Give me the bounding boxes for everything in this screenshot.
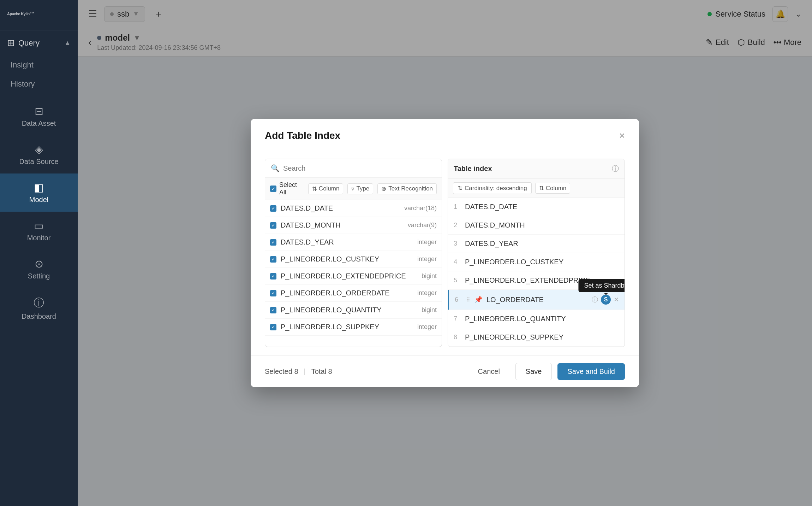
index-row: 2 DATES.D_MONTH bbox=[448, 216, 625, 235]
app-logo: Apache Kylin™ bbox=[0, 0, 78, 30]
column-name: DATES.D_YEAR bbox=[281, 238, 413, 246]
footer-actions: Cancel Save Save and Build bbox=[468, 363, 625, 380]
column-checkbox[interactable]: ✓ bbox=[270, 324, 276, 330]
select-all-checkbox[interactable]: ✓ bbox=[270, 186, 276, 192]
sidebar-item-monitor[interactable]: ▭ Monitor bbox=[0, 212, 78, 250]
total-count: Total 8 bbox=[311, 367, 332, 376]
search-input[interactable] bbox=[283, 164, 436, 172]
type-filter-icon: ▿ bbox=[351, 185, 354, 193]
row-info-icon[interactable]: ⓘ bbox=[592, 295, 598, 304]
column-header-row: ✓ Select All ⇅ Column ▿ Type ⊛ bbox=[265, 178, 442, 200]
index-number: 8 bbox=[454, 334, 461, 341]
table-index-help-icon[interactable]: ⓘ bbox=[612, 164, 619, 173]
column-name: DATES.D_MONTH bbox=[281, 221, 404, 229]
column-type: integer bbox=[417, 255, 437, 263]
query-chevron-icon: ▲ bbox=[64, 39, 71, 47]
column-type: varchar(18) bbox=[404, 205, 437, 212]
sidebar-item-setting[interactable]: ⊙ Setting bbox=[0, 250, 78, 288]
index-number: 6 bbox=[455, 296, 462, 304]
column-sort-button[interactable]: ⇅ Column bbox=[308, 183, 344, 194]
table-index-title: Table index bbox=[454, 165, 492, 173]
selected-count: Selected 8 bbox=[265, 367, 298, 376]
monitor-icon: ▭ bbox=[34, 219, 44, 232]
type-sort-button[interactable]: ▿ Type bbox=[347, 183, 373, 194]
column-checkbox[interactable]: ✓ bbox=[270, 239, 276, 246]
cardinality-sort-button[interactable]: ⇅ Cardinality: descending bbox=[453, 182, 532, 194]
query-sub-items: Insight History bbox=[0, 55, 78, 97]
index-column-sort-icon: ⇅ bbox=[539, 184, 544, 192]
column-type: varchar(9) bbox=[408, 222, 437, 229]
table-index-panel: Table index ⓘ ⇅ Cardinality: descending … bbox=[448, 159, 625, 347]
column-type: integer bbox=[417, 323, 437, 331]
footer-info: Selected 8 | Total 8 bbox=[265, 367, 332, 376]
cancel-button[interactable]: Cancel bbox=[468, 363, 510, 380]
modal-footer: Selected 8 | Total 8 Cancel Save Save an… bbox=[251, 355, 639, 387]
save-button[interactable]: Save bbox=[515, 363, 552, 380]
query-section: ⊞ Query ▲ Insight History bbox=[0, 30, 78, 97]
column-row[interactable]: ✓ DATES.D_YEAR integer bbox=[265, 234, 442, 251]
column-checkbox[interactable]: ✓ bbox=[270, 307, 276, 313]
index-number: 2 bbox=[454, 222, 461, 229]
index-sort-area: ⇅ Cardinality: descending ⇅ Column bbox=[448, 179, 625, 198]
modal-title: Add Table Index bbox=[265, 130, 340, 141]
sidebar-item-insight[interactable]: Insight bbox=[0, 55, 78, 75]
column-list: ✓ DATES.D_DATE varchar(18) ✓ DATES.D_MON… bbox=[265, 200, 442, 347]
model-icon: ◧ bbox=[34, 181, 44, 194]
index-column-name: P_LINEORDER.LO_CUSTKEY bbox=[465, 258, 619, 266]
search-bar: 🔍 bbox=[265, 159, 442, 178]
text-recognition-button[interactable]: ⊛ Text Recognition bbox=[377, 183, 437, 194]
column-row[interactable]: ✓ P_LINEORDER.LO_CUSTKEY integer bbox=[265, 251, 442, 268]
sidebar-item-dashboard[interactable]: ⓘ Dashboard bbox=[0, 288, 78, 328]
column-type: bigint bbox=[422, 306, 437, 314]
column-name: P_LINEORDER.LO_EXTENDEDPRICE bbox=[281, 272, 417, 280]
sidebar-item-data-source[interactable]: ◈ Data Source bbox=[0, 135, 78, 173]
modal-close-button[interactable]: × bbox=[619, 131, 625, 141]
column-checkbox[interactable]: ✓ bbox=[270, 256, 276, 263]
index-number: 7 bbox=[454, 315, 461, 323]
save-and-build-button[interactable]: Save and Build bbox=[557, 363, 625, 380]
column-type: bigint bbox=[422, 272, 437, 280]
column-name: P_LINEORDER.LO_SUPPKEY bbox=[281, 323, 413, 331]
data-asset-icon: ⊟ bbox=[35, 105, 43, 117]
index-column-sort-button[interactable]: ⇅ Column bbox=[535, 183, 571, 194]
remove-row-button[interactable]: ✕ bbox=[614, 296, 619, 304]
sidebar-item-data-asset[interactable]: ⊟ Data Asset bbox=[0, 97, 78, 135]
select-all-control[interactable]: ✓ Select All bbox=[270, 181, 304, 196]
footer-divider: | bbox=[304, 367, 306, 376]
drag-handle-icon[interactable]: ⠿ bbox=[466, 296, 470, 303]
index-list: 1 DATES.D_DATE 2 DATES.D_MONTH 3 DATES.D… bbox=[448, 198, 625, 347]
column-row[interactable]: ✓ DATES.D_DATE varchar(18) bbox=[265, 200, 442, 217]
data-source-icon: ◈ bbox=[35, 143, 43, 155]
dashboard-icon: ⓘ bbox=[34, 296, 44, 310]
modal-overlay: Add Table Index × 🔍 ✓ Select All bbox=[78, 0, 812, 506]
column-row[interactable]: ✓ P_LINEORDER.LO_SUPPKEY integer bbox=[265, 319, 442, 336]
index-column-name: DATES.D_MONTH bbox=[465, 221, 619, 229]
index-column-name: P_LINEORDER.LO_SUPPKEY bbox=[465, 333, 619, 341]
column-name: P_LINEORDER.LO_QUANTITY bbox=[281, 306, 417, 314]
index-row-actions: ⓘ Set as Shardby S ✕ bbox=[592, 295, 619, 305]
pin-icon: 📌 bbox=[474, 296, 482, 304]
column-row[interactable]: ✓ P_LINEORDER.LO_QUANTITY bigint bbox=[265, 302, 442, 319]
shardby-tooltip: Set as Shardby bbox=[578, 279, 625, 292]
sidebar-item-model[interactable]: ◧ Model bbox=[0, 173, 78, 212]
column-checkbox[interactable]: ✓ bbox=[270, 290, 276, 296]
index-row: 7 P_LINEORDER.LO_QUANTITY bbox=[448, 310, 625, 328]
column-type: integer bbox=[417, 239, 437, 246]
column-row[interactable]: ✓ P_LINEORDER.LO_ORDERDATE integer bbox=[265, 285, 442, 302]
index-number: 5 bbox=[454, 277, 461, 284]
index-row: 8 P_LINEORDER.LO_SUPPKEY bbox=[448, 328, 625, 347]
query-label: ⊞ Query bbox=[7, 37, 40, 48]
index-row: 4 P_LINEORDER.LO_CUSTKEY bbox=[448, 253, 625, 271]
modal-body: 🔍 ✓ Select All ⇅ Column ▿ bbox=[251, 150, 639, 355]
column-name: DATES.D_DATE bbox=[281, 204, 400, 212]
column-checkbox[interactable]: ✓ bbox=[270, 205, 276, 212]
column-checkbox[interactable]: ✓ bbox=[270, 222, 276, 229]
column-checkbox[interactable]: ✓ bbox=[270, 273, 276, 280]
sidebar: Apache Kylin™ ⊞ Query ▲ Insight History … bbox=[0, 0, 78, 506]
column-row[interactable]: ✓ DATES.D_MONTH varchar(9) bbox=[265, 217, 442, 234]
index-column-name: DATES.D_YEAR bbox=[465, 240, 619, 248]
shardby-button[interactable]: S bbox=[601, 295, 611, 305]
column-row[interactable]: ✓ P_LINEORDER.LO_EXTENDEDPRICE bigint bbox=[265, 268, 442, 285]
sidebar-item-history[interactable]: History bbox=[0, 75, 78, 94]
query-header[interactable]: ⊞ Query ▲ bbox=[0, 30, 78, 55]
